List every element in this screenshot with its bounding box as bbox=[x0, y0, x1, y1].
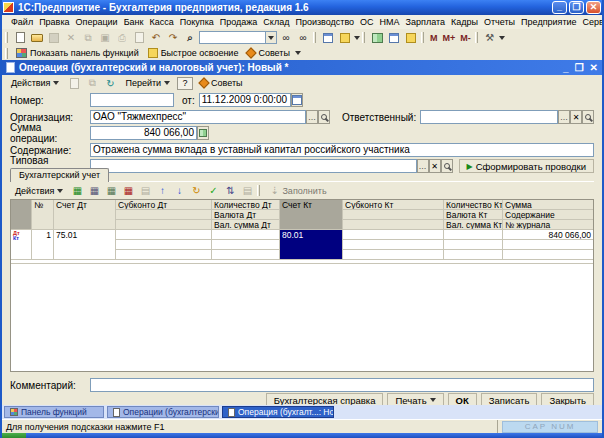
combobox-dropdown-icon[interactable] bbox=[265, 32, 276, 43]
sort-icon[interactable]: ⇅ bbox=[222, 184, 238, 198]
windows-taskbar[interactable] bbox=[0, 433, 604, 438]
responsible-open-button[interactable] bbox=[582, 110, 594, 124]
toolbar-grip[interactable] bbox=[5, 32, 8, 43]
header-valuta-kt[interactable]: Валюта Кт bbox=[444, 210, 503, 220]
help-dropdown-icon[interactable] bbox=[354, 36, 360, 40]
edit-row-icon[interactable]: ▦ bbox=[103, 184, 119, 198]
comment-field[interactable] bbox=[90, 378, 594, 392]
header-val-summa-dt[interactable]: Вал. сумма Дт bbox=[212, 220, 280, 230]
search-combobox[interactable] bbox=[199, 31, 277, 44]
organization-open-button[interactable] bbox=[318, 110, 330, 124]
cell-num-zhurnala[interactable] bbox=[503, 250, 593, 260]
menu-sale[interactable]: Продажа bbox=[217, 16, 261, 28]
menu-os[interactable]: ОС bbox=[357, 16, 377, 28]
calendar-icon[interactable] bbox=[386, 31, 402, 45]
header-schet-dt[interactable]: Счет Дт bbox=[54, 200, 116, 230]
doc-tips-button[interactable]: Советы bbox=[195, 76, 247, 90]
doc-reread-icon[interactable]: ↻ bbox=[102, 76, 118, 90]
cell-valuta-dt[interactable] bbox=[212, 240, 280, 250]
doc-restore-button[interactable]: ❐ bbox=[575, 62, 584, 73]
toolbar-grip[interactable] bbox=[5, 48, 8, 59]
redo-icon[interactable]: ↷ bbox=[165, 31, 181, 45]
tools-icon[interactable]: ⚒ bbox=[482, 31, 498, 45]
goto-button[interactable]: Перейти bbox=[120, 76, 175, 90]
cell-subkonto-dt[interactable] bbox=[116, 250, 212, 260]
sum-field[interactable]: 840 066,00 bbox=[90, 126, 197, 140]
menu-bank[interactable]: Банк bbox=[121, 16, 147, 28]
date-field[interactable]: 11.12.2009 0:00:00 bbox=[199, 93, 291, 107]
header-valuta-dt[interactable]: Валюта Дт bbox=[212, 210, 280, 220]
wintab-operations-journal[interactable]: Операции (бухгалтерский и... bbox=[107, 406, 219, 418]
menu-service[interactable]: Сервис bbox=[580, 16, 604, 28]
cell-schet-dt[interactable]: 75.01 bbox=[54, 230, 116, 260]
cell-kolichestvo-kt[interactable] bbox=[444, 230, 503, 240]
menu-edit[interactable]: Правка bbox=[36, 16, 72, 28]
refresh-icon[interactable]: ↻ bbox=[188, 184, 204, 198]
copy-icon[interactable]: ⧉ bbox=[80, 31, 96, 45]
cell-subkonto-kt[interactable] bbox=[343, 240, 444, 250]
header-num[interactable]: № bbox=[32, 200, 54, 230]
cell-num[interactable]: 1 bbox=[32, 230, 54, 260]
help-question-icon[interactable] bbox=[337, 31, 353, 45]
open-icon[interactable] bbox=[29, 31, 45, 45]
memory-m-button[interactable]: М bbox=[428, 33, 440, 43]
cell-valuta-kt[interactable] bbox=[444, 240, 503, 250]
delete-row-icon[interactable]: ▦ bbox=[120, 184, 136, 198]
doc-add-icon[interactable] bbox=[66, 76, 82, 90]
cell-subkonto-kt[interactable] bbox=[343, 250, 444, 260]
cell-subkonto-dt[interactable] bbox=[116, 230, 212, 240]
tips-button[interactable]: Советы bbox=[243, 48, 304, 58]
menu-production[interactable]: Производство bbox=[292, 16, 357, 28]
date-picker-button[interactable] bbox=[291, 93, 303, 107]
header-kolichestvo-kt[interactable]: Количество Кт bbox=[444, 200, 503, 210]
find-previous-icon[interactable]: ∞ bbox=[278, 31, 294, 45]
cell-subkonto-dt[interactable] bbox=[116, 240, 212, 250]
menu-file[interactable]: Файл bbox=[8, 16, 36, 28]
start-button[interactable] bbox=[0, 433, 26, 438]
header-val-summa-kt[interactable]: Вал. сумма Кт bbox=[444, 220, 503, 230]
menu-operations[interactable]: Операции bbox=[73, 16, 121, 28]
menu-reports[interactable]: Отчеты bbox=[481, 16, 518, 28]
clipboard-special-icon[interactable] bbox=[320, 31, 336, 45]
move-row-up-icon[interactable]: ↑ bbox=[154, 184, 170, 198]
memory-m-plus-button[interactable]: М+ bbox=[441, 33, 458, 43]
check-icon[interactable]: ✓ bbox=[205, 184, 221, 198]
cell-kolichestvo-dt[interactable] bbox=[212, 230, 280, 240]
new-document-icon[interactable] bbox=[12, 31, 28, 45]
header-num-zhurnala[interactable]: № журнала bbox=[503, 220, 593, 230]
header-soderzhanie[interactable]: Содержание bbox=[503, 210, 593, 220]
grid-actions-button[interactable]: Действия bbox=[10, 184, 68, 198]
header-schet-kt[interactable]: Счет Кт bbox=[280, 200, 343, 230]
organization-choose-button[interactable]: … bbox=[306, 110, 318, 124]
responsible-clear-button[interactable]: ✕ bbox=[570, 110, 582, 124]
menu-salary[interactable]: Зарплата bbox=[403, 16, 448, 28]
minimize-button[interactable]: _ bbox=[552, 1, 567, 14]
cell-val-summa-dt[interactable] bbox=[212, 250, 280, 260]
cell-subkonto-kt[interactable] bbox=[343, 230, 444, 240]
wintab-operation-new[interactable]: Операция (бухгалт...: Новый * bbox=[222, 406, 334, 418]
cell-summa[interactable]: 840 066,00 bbox=[503, 230, 593, 240]
find-next-icon[interactable]: ∞ bbox=[295, 31, 311, 45]
doc-help-button[interactable]: ? bbox=[177, 77, 193, 90]
print-preview-icon[interactable] bbox=[131, 31, 147, 45]
cell-val-summa-kt[interactable] bbox=[444, 250, 503, 260]
print-icon[interactable]: ⎙ bbox=[114, 31, 130, 45]
memory-m-minus-button[interactable]: М- bbox=[458, 33, 473, 43]
tab-accounting[interactable]: Бухгалтерский учет bbox=[10, 168, 109, 182]
add-row-icon[interactable]: ▦ bbox=[69, 184, 85, 198]
responsible-choose-button[interactable]: … bbox=[558, 110, 570, 124]
find-icon[interactable]: ⌕ bbox=[182, 31, 198, 45]
doc-copy-icon[interactable]: ⧉ bbox=[84, 76, 100, 90]
menu-purchase[interactable]: Покупка bbox=[177, 16, 217, 28]
move-row-down-icon[interactable]: ↓ bbox=[171, 184, 187, 198]
cell-soderzhanie[interactable] bbox=[503, 240, 593, 250]
tools-dropdown-icon[interactable] bbox=[499, 36, 505, 40]
content-field[interactable]: Отражена сумма вклада в уставный капитал… bbox=[90, 143, 594, 157]
restore-button[interactable]: ❐ bbox=[569, 1, 584, 14]
sum-calculator-button[interactable] bbox=[197, 126, 209, 140]
menu-enterprise[interactable]: Предприятие bbox=[518, 16, 579, 28]
row-selector-cell[interactable]: ДтКт bbox=[11, 230, 32, 260]
cut-icon[interactable]: ✕ bbox=[63, 31, 79, 45]
undo-icon[interactable]: ↶ bbox=[148, 31, 164, 45]
organization-field[interactable]: ОАО "Тяжмехпресс" bbox=[90, 110, 306, 124]
